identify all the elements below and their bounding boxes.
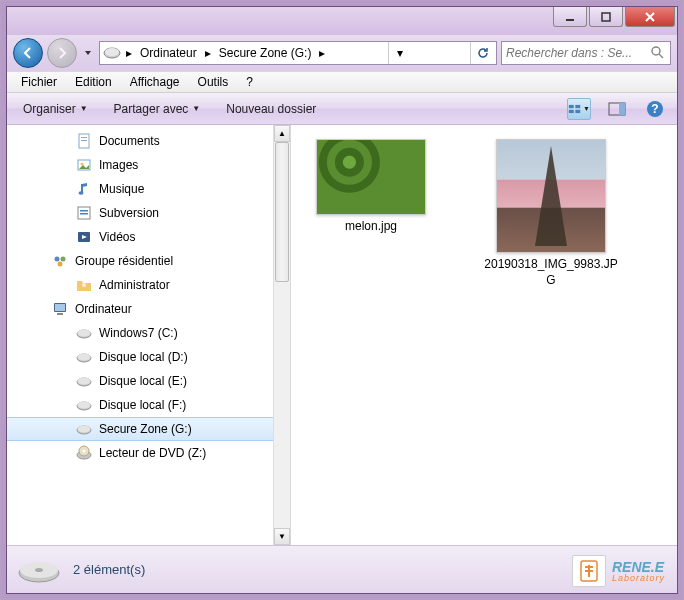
tree-node[interactable]: Administrator <box>7 273 290 297</box>
status-text: 2 élément(s) <box>73 562 145 577</box>
file-thumbnail <box>496 139 606 253</box>
breadcrumb-separator-icon[interactable]: ▸ <box>315 46 329 60</box>
breadcrumb-computer[interactable]: Ordinateur <box>136 46 201 60</box>
window-controls <box>553 7 675 27</box>
chevron-down-icon: ▼ <box>80 104 88 113</box>
minimize-button[interactable] <box>553 7 587 27</box>
drive-icon <box>17 555 61 585</box>
close-button[interactable] <box>625 7 675 27</box>
svg-point-35 <box>78 378 91 385</box>
tree-node[interactable]: Groupe résidentiel <box>7 249 290 273</box>
svn-icon <box>75 205 93 221</box>
explorer-window: ▸ Ordinateur ▸ Secure Zone (G:) ▸ ▾ Fich… <box>6 6 678 594</box>
tree-node-label: Documents <box>99 134 160 148</box>
search-input[interactable] <box>506 46 650 60</box>
organize-button[interactable]: Organiser ▼ <box>17 98 94 120</box>
svg-point-18 <box>79 191 84 195</box>
title-bar <box>7 7 677 35</box>
breadcrumb-separator-icon[interactable]: ▸ <box>122 46 136 60</box>
svg-point-31 <box>78 330 91 337</box>
drive-icon <box>75 349 93 365</box>
user-icon <box>75 277 93 293</box>
tree-node-label: Groupe résidentiel <box>75 254 173 268</box>
branding-logo: RENE.E Laboratory <box>572 555 665 587</box>
search-icon[interactable] <box>650 45 666 62</box>
svg-point-24 <box>61 257 66 262</box>
svg-point-25 <box>58 262 63 267</box>
svg-rect-0 <box>566 19 574 21</box>
view-options-button[interactable]: ▼ <box>567 98 591 120</box>
svg-point-39 <box>78 426 91 433</box>
preview-pane-button[interactable] <box>605 98 629 120</box>
file-item[interactable]: 20190318_IMG_9983.JPG <box>481 139 621 288</box>
svg-point-3 <box>105 48 119 56</box>
tree-node[interactable]: Ordinateur <box>7 297 290 321</box>
drive-icon <box>102 45 122 61</box>
folder-tree: DocumentsImagesMusiqueSubversionVidéosGr… <box>7 125 290 469</box>
new-folder-button[interactable]: Nouveau dossier <box>220 98 322 120</box>
address-bar[interactable]: ▸ Ordinateur ▸ Secure Zone (G:) ▸ ▾ <box>99 41 497 65</box>
scroll-down-button[interactable]: ▼ <box>274 528 290 545</box>
svg-rect-6 <box>575 104 580 107</box>
svg-rect-28 <box>55 304 65 311</box>
tree-node[interactable]: Images <box>7 153 290 177</box>
svg-rect-15 <box>81 140 87 141</box>
tree-node[interactable]: Disque local (D:) <box>7 345 290 369</box>
tree-node-label: Administrator <box>99 278 170 292</box>
menu-edit[interactable]: Edition <box>67 73 120 91</box>
img-icon <box>75 157 93 173</box>
dvd-icon <box>75 445 93 461</box>
sidebar-scrollbar[interactable]: ▲ ▼ <box>273 125 290 545</box>
tree-node[interactable]: Disque local (E:) <box>7 369 290 393</box>
scroll-thumb[interactable] <box>275 142 289 282</box>
tree-node[interactable]: Vidéos <box>7 225 290 249</box>
menu-view[interactable]: Affichage <box>122 73 188 91</box>
file-thumbnail <box>316 139 426 215</box>
tree-node[interactable]: Subversion <box>7 201 290 225</box>
tree-node-label: Subversion <box>99 206 159 220</box>
drive-icon <box>75 397 93 413</box>
menu-bar: Fichier Edition Affichage Outils ? <box>7 71 677 93</box>
help-button[interactable]: ? <box>643 98 667 120</box>
search-box[interactable] <box>501 41 671 65</box>
forward-button[interactable] <box>47 38 77 68</box>
menu-file[interactable]: Fichier <box>13 73 65 91</box>
scroll-up-button[interactable]: ▲ <box>274 125 290 142</box>
tree-node[interactable]: Secure Zone (G:) <box>7 417 290 441</box>
tree-node[interactable]: Disque local (F:) <box>7 393 290 417</box>
maximize-button[interactable] <box>589 7 623 27</box>
file-label: 20190318_IMG_9983.JPG <box>481 257 621 288</box>
svg-point-26 <box>82 283 86 287</box>
logo-text: RENE.E Laboratory <box>612 560 665 583</box>
svg-text:?: ? <box>651 102 658 116</box>
tree-node-label: Secure Zone (G:) <box>99 422 192 436</box>
menu-help[interactable]: ? <box>238 73 261 91</box>
file-item[interactable]: melon.jpg <box>301 139 441 235</box>
drive-icon <box>75 325 93 341</box>
svg-rect-20 <box>80 210 88 212</box>
address-dropdown-icon[interactable]: ▾ <box>388 42 412 64</box>
homegroup-icon <box>51 253 69 269</box>
svg-point-42 <box>83 450 86 453</box>
tree-node-label: Musique <box>99 182 144 196</box>
tree-node-label: Disque local (E:) <box>99 374 187 388</box>
menu-tools[interactable]: Outils <box>190 73 237 91</box>
nav-history-dropdown[interactable] <box>81 39 95 67</box>
file-list[interactable]: melon.jpg20190318_IMG_9983.JPG <box>291 125 677 545</box>
breadcrumb-current[interactable]: Secure Zone (G:) <box>215 46 316 60</box>
tree-node[interactable]: Lecteur de DVD (Z:) <box>7 441 290 465</box>
share-label: Partager avec <box>114 102 189 116</box>
breadcrumb-separator-icon[interactable]: ▸ <box>201 46 215 60</box>
svg-rect-8 <box>575 109 580 112</box>
share-button[interactable]: Partager avec ▼ <box>108 98 207 120</box>
organize-label: Organiser <box>23 102 76 116</box>
tree-node[interactable]: Musique <box>7 177 290 201</box>
back-button[interactable] <box>13 38 43 68</box>
svg-rect-1 <box>602 13 610 21</box>
svg-point-4 <box>652 47 660 55</box>
tree-node[interactable]: Documents <box>7 129 290 153</box>
svg-rect-7 <box>569 109 574 112</box>
refresh-button[interactable] <box>470 42 494 64</box>
tree-node[interactable]: Windows7 (C:) <box>7 321 290 345</box>
svg-rect-14 <box>81 137 87 138</box>
